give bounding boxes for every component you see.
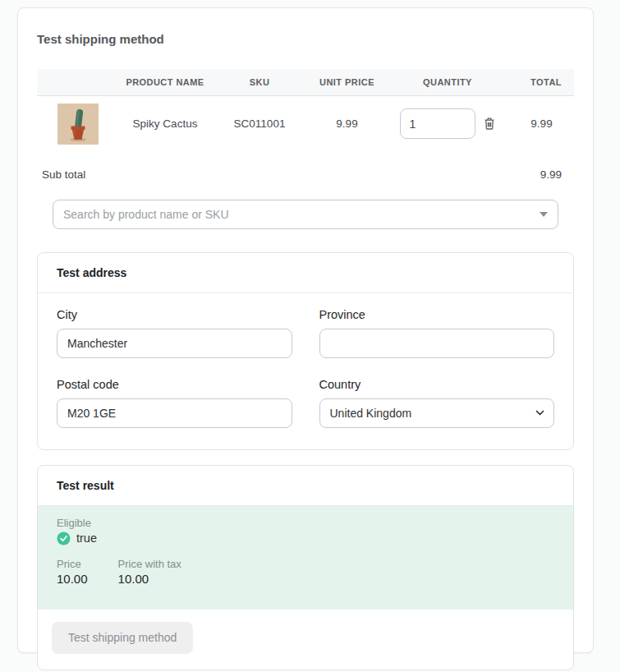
trash-icon[interactable] [483, 117, 496, 131]
product-search-combobox [53, 200, 558, 229]
postal-code-input[interactable] [57, 398, 292, 428]
product-thumbnail [57, 104, 99, 145]
caret-down-icon[interactable] [540, 212, 548, 217]
page-title: Test shipping method [37, 32, 574, 46]
test-shipping-method-panel: Test shipping method PRODUCT NAME SKU UN… [17, 7, 594, 653]
price-with-tax-block: Price with tax 10.00 [118, 558, 181, 586]
products-table: PRODUCT NAME SKU UNIT PRICE QUANTITY TOT… [37, 69, 574, 152]
table-row: Spiky Cactus SC011001 9.99 [37, 95, 574, 152]
column-total: TOTAL [509, 69, 574, 95]
test-address-card: Test address City Province Postal code C… [37, 252, 574, 450]
test-address-title: Test address [38, 253, 573, 293]
price-with-tax-label: Price with tax [118, 558, 181, 570]
eligible-value: true [76, 532, 97, 545]
price-with-tax-value: 10.00 [118, 572, 181, 586]
province-field: Province [319, 308, 555, 358]
quantity-input[interactable] [400, 108, 475, 139]
price-label: Price [57, 558, 88, 570]
subtotal-label: Sub total [42, 168, 85, 181]
country-field: Country United Kingdom [319, 378, 555, 428]
column-thumbnail [37, 69, 119, 95]
province-label: Province [319, 308, 555, 321]
province-input[interactable] [319, 329, 555, 358]
table-header-row: PRODUCT NAME SKU UNIT PRICE QUANTITY TOT… [37, 69, 574, 95]
eligible-label: Eligible [57, 517, 554, 529]
country-select[interactable]: United Kingdom [319, 398, 555, 428]
column-quantity: QUANTITY [386, 69, 509, 95]
product-name-cell: Spiky Cactus [119, 95, 211, 152]
test-result-title: Test result [38, 466, 573, 506]
total-cell: 9.99 [509, 95, 574, 152]
subtotal-row: Sub total 9.99 [42, 168, 574, 181]
price-value: 10.00 [57, 572, 88, 586]
country-label: Country [319, 378, 555, 391]
sku-cell: SC011001 [211, 95, 308, 152]
result-success-panel: Eligible true Price 10.00 Price with tax [38, 506, 573, 610]
city-field: City [57, 308, 292, 358]
test-result-card: Test result Eligible true Price 10.00 [37, 465, 574, 670]
postal-code-label: Postal code [57, 378, 292, 391]
price-block: Price 10.00 [57, 558, 88, 586]
unit-price-cell: 9.99 [308, 95, 386, 152]
column-product-name: PRODUCT NAME [119, 69, 211, 95]
city-input[interactable] [57, 329, 292, 358]
subtotal-value: 9.99 [540, 168, 562, 181]
test-shipping-method-button[interactable]: Test shipping method [52, 622, 193, 654]
column-sku: SKU [211, 69, 308, 95]
city-label: City [57, 308, 292, 321]
search-input[interactable] [53, 200, 558, 229]
postal-code-field: Postal code [57, 378, 292, 428]
check-circle-icon [57, 532, 71, 545]
column-unit-price: UNIT PRICE [308, 69, 386, 95]
